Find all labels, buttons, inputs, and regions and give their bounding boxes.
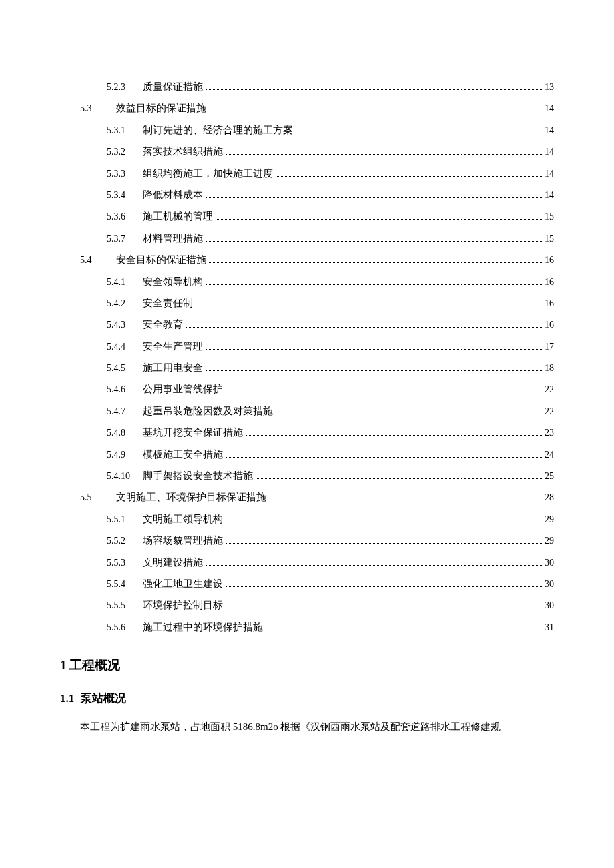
toc-page-number: 13	[545, 80, 554, 95]
toc-leader-dots	[296, 133, 542, 133]
toc-entry: 5.3效益目标的保证措施14	[80, 100, 554, 116]
toc-title: 文明施工领导机构	[143, 511, 223, 527]
toc-title: 文明建设措施	[143, 554, 203, 570]
toc-entry: 5.5.2场容场貌管理措施29	[107, 532, 554, 548]
toc-number: 5.5.3	[107, 556, 135, 570]
toc-number: 5.2.3	[107, 80, 135, 95]
toc-number: 5.3.4	[107, 188, 135, 203]
toc-entry: 5.4.7起重吊装危险因数及对策措施22	[107, 403, 554, 419]
toc-entry: 5.4安全目标的保证措施16	[80, 252, 554, 268]
toc-page-number: 14	[545, 101, 554, 116]
toc-number: 5.5	[80, 490, 108, 505]
toc-title: 组织均衡施工，加快施工进度	[143, 165, 273, 181]
toc-number: 5.3.1	[107, 123, 135, 138]
toc-number: 5.5.1	[107, 512, 135, 527]
toc-title: 安全生产管理	[143, 338, 203, 354]
toc-leader-dots	[226, 543, 542, 544]
subsection-1-1-heading: 1.1泵站概况	[60, 689, 554, 707]
toc-number: 5.4.1	[107, 275, 135, 290]
toc-title: 材料管理措施	[143, 230, 203, 246]
toc-leader-dots	[246, 435, 542, 436]
toc-title: 基坑开挖安全保证措施	[143, 424, 243, 440]
toc-number: 5.3.7	[107, 232, 135, 246]
toc-leader-dots	[206, 284, 542, 285]
toc-leader-dots	[226, 392, 542, 392]
toc-leader-dots	[206, 349, 542, 350]
toc-leader-dots	[266, 630, 542, 630]
toc-title: 施工机械的管理	[143, 208, 213, 224]
toc-entry: 5.5.1文明施工领导机构29	[107, 511, 554, 527]
toc-title: 模板施工安全措施	[143, 446, 223, 462]
toc-title: 制订先进的、经济合理的施工方案	[143, 122, 293, 138]
toc-page-number: 16	[545, 275, 554, 290]
toc-entry: 5.5.5环境保护控制目标30	[107, 597, 554, 613]
toc-entry: 5.5.4强化工地卫生建设30	[107, 576, 554, 592]
toc-entry: 5.3.6施工机械的管理15	[107, 208, 554, 224]
toc-entry: 5.4.5施工用电安全18	[107, 360, 554, 376]
toc-page-number: 22	[545, 404, 554, 419]
toc-number: 5.4.7	[107, 404, 135, 419]
para-text: 本工程为扩建雨水泵站，占地面积	[80, 721, 233, 732]
toc-title: 文明施工、环境保护目标保证措施	[116, 489, 266, 505]
toc-number: 5.4.3	[107, 318, 135, 332]
para-area: 5186.8m2	[233, 721, 273, 732]
toc-page-number: 29	[545, 534, 554, 548]
toc-number: 5.4	[80, 253, 108, 268]
toc-page-number: 23	[545, 426, 554, 440]
toc-number: 5.4.6	[107, 382, 135, 397]
toc-entry: 5.3.4降低材料成本14	[107, 187, 554, 203]
toc-entry: 5.5.6施工过程中的环境保护措施31	[107, 619, 554, 635]
toc-entry: 5.3.3组织均衡施工，加快施工进度14	[107, 165, 554, 181]
toc-title: 公用事业管线保护	[143, 381, 223, 397]
toc-title: 施工用电安全	[143, 360, 203, 376]
toc-leader-dots	[276, 414, 542, 414]
toc-page-number: 18	[545, 361, 554, 376]
toc-number: 5.3.6	[107, 209, 135, 224]
toc-leader-dots	[206, 89, 542, 90]
toc-page-number: 14	[545, 167, 554, 181]
toc-entry: 5.4.1安全领导机构16	[107, 274, 554, 290]
toc-number: 5.4.10	[107, 469, 135, 484]
toc-leader-dots	[216, 219, 542, 220]
toc-leader-dots	[206, 197, 542, 198]
toc-title: 安全教育	[143, 316, 183, 332]
toc-title: 场容场貌管理措施	[143, 532, 223, 548]
toc-entry: 5.4.9模板施工安全措施24	[107, 446, 554, 462]
toc-page-number: 30	[545, 556, 554, 570]
toc-page-number: 14	[545, 188, 554, 203]
toc-page-number: 14	[545, 123, 554, 138]
toc-page-number: 15	[545, 232, 554, 246]
toc-number: 5.3.3	[107, 167, 135, 181]
toc-number: 5.5.2	[107, 534, 135, 548]
toc-entry: 5.4.3安全教育16	[107, 316, 554, 332]
toc-number: 5.4.9	[107, 448, 135, 462]
toc-page-number: 29	[545, 512, 554, 527]
toc-number: 5.5.6	[107, 620, 135, 635]
para-text: o 根据《汉钢西雨水泵站及配套道路排水工程修建规	[273, 721, 501, 732]
toc-number: 5.3.2	[107, 145, 135, 159]
toc-page-number: 22	[545, 382, 554, 397]
toc-page-number: 24	[545, 448, 554, 462]
toc-title: 落实技术组织措施	[143, 143, 223, 159]
toc-entry: 5.3.2落实技术组织措施14	[107, 143, 554, 159]
toc-leader-dots	[226, 154, 542, 155]
toc-title: 环境保护控制目标	[143, 597, 223, 613]
toc-entry: 5.4.10脚手架搭设安全技术措施25	[107, 468, 554, 484]
toc-entry: 5.4.6公用事业管线保护22	[107, 381, 554, 397]
subsection-title: 泵站概况	[81, 692, 126, 705]
toc-leader-dots	[226, 522, 542, 522]
toc-leader-dots	[206, 370, 542, 371]
toc-page-number: 30	[545, 598, 554, 613]
toc-entry: 5.3.7材料管理措施15	[107, 230, 554, 246]
subsection-number: 1.1	[60, 692, 74, 705]
toc-leader-dots	[226, 608, 542, 608]
toc-leader-dots	[206, 565, 542, 566]
page: 5.2.3质量保证措施135.3效益目标的保证措施145.3.1制订先进的、经济…	[0, 0, 614, 868]
toc-leader-dots	[276, 176, 542, 177]
toc-leader-dots	[256, 478, 542, 479]
section-1-heading: 1工程概况	[60, 655, 554, 675]
toc-title: 安全目标的保证措施	[116, 252, 206, 268]
toc-page-number: 16	[545, 296, 554, 311]
toc-page-number: 17	[545, 340, 554, 354]
toc-number: 5.4.5	[107, 361, 135, 376]
